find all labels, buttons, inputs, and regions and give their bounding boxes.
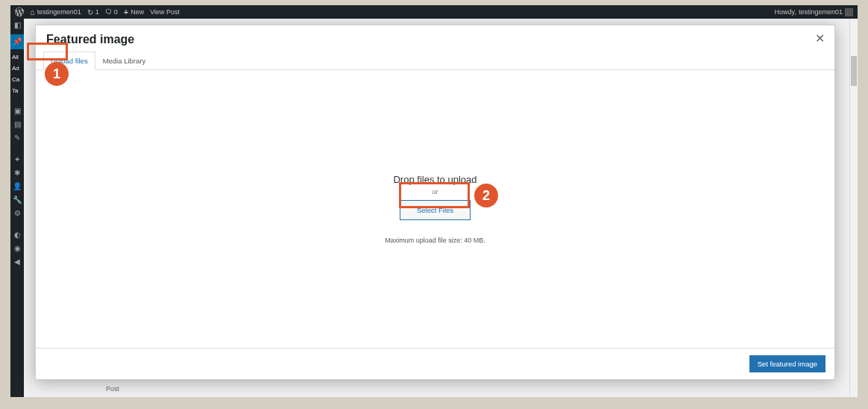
updates-link[interactable]: 1 — [87, 8, 99, 16]
sidebar-item[interactable]: Ta — [10, 87, 24, 94]
pin-icon: 📌 — [13, 37, 22, 46]
new-content-link[interactable]: New — [124, 7, 144, 16]
extra-icon-2[interactable]: ◉ — [13, 244, 22, 253]
site-name-text: testingemen01 — [37, 8, 81, 16]
select-files-button[interactable]: Select Files — [400, 200, 471, 220]
comments-count: 0 — [114, 8, 118, 16]
wordpress-logo-icon — [15, 7, 24, 16]
users-icon[interactable]: 👤 — [13, 182, 22, 191]
comment-icon — [105, 8, 112, 16]
modal-close-button[interactable]: ✕ — [812, 31, 827, 46]
collapse-icon[interactable]: ◀ — [13, 257, 22, 266]
howdy-username: testingemen01 — [799, 8, 843, 16]
home-icon — [30, 7, 35, 16]
modal-header: Featured image ✕ — [36, 25, 834, 51]
admin-sidebar: ◧ 📌 All Ad Ca Ta ▣ ▤ ✎ ✦ ✱ 👤 🔧 ⚙ ◐ ◉ ◀ — [10, 19, 24, 397]
plus-icon — [124, 7, 128, 16]
comments-link[interactable]: 0 — [105, 8, 118, 16]
scrollbar-thumb[interactable] — [851, 56, 857, 86]
set-featured-image-label: Set featured image — [758, 360, 817, 368]
update-icon — [87, 8, 93, 16]
featured-image-modal: Featured image ✕ Upload files Media Libr… — [35, 25, 835, 380]
or-text: or — [432, 188, 438, 196]
modal-title: Featured image — [46, 33, 824, 46]
appearance-icon[interactable]: ✦ — [13, 155, 22, 164]
admin-bar-right: Howdy, testingemen01 — [775, 8, 853, 16]
pages-icon[interactable]: ▤ — [13, 120, 22, 129]
admin-bar-left: testingemen01 1 0 New View Post — [15, 7, 180, 16]
plugins-icon[interactable]: ✱ — [13, 169, 22, 178]
tab-upload-files[interactable]: Upload files — [43, 51, 95, 70]
posts-menu[interactable]: 📌 — [10, 34, 24, 49]
close-icon: ✕ — [815, 32, 825, 45]
tab-media-library[interactable]: Media Library — [95, 51, 154, 70]
comments-icon[interactable]: ✎ — [13, 134, 22, 143]
wp-logo-menu[interactable] — [15, 7, 24, 16]
tab-library-label: Media Library — [103, 57, 146, 65]
dashboard-icon[interactable]: ◧ — [13, 21, 22, 30]
modal-footer: Set featured image — [36, 348, 834, 379]
sidebar-item[interactable]: All — [10, 54, 24, 60]
set-featured-image-button[interactable]: Set featured image — [749, 355, 825, 372]
avatar-icon — [845, 8, 853, 16]
site-name-link[interactable]: testingemen01 — [30, 7, 81, 16]
drop-instruction-text: Drop files to upload — [393, 174, 477, 185]
new-label: New — [130, 8, 144, 16]
sidebar-item[interactable]: Ad — [10, 65, 24, 72]
view-post-label: View Post — [150, 8, 180, 16]
modal-tabs: Upload files Media Library — [36, 51, 834, 70]
howdy-text: Howdy, — [775, 8, 796, 16]
upload-dropzone[interactable]: Drop files to upload or Select Files Max… — [36, 70, 834, 348]
max-upload-size-text: Maximum upload file size: 40 MB. — [385, 237, 485, 244]
scrollbar-track[interactable] — [849, 19, 858, 397]
extra-icon[interactable]: ◐ — [13, 231, 22, 240]
tools-icon[interactable]: 🔧 — [13, 196, 22, 204]
settings-icon[interactable]: ⚙ — [13, 209, 22, 218]
updates-count: 1 — [95, 8, 99, 16]
select-files-label: Select Files — [417, 206, 453, 214]
howdy-account[interactable]: Howdy, testingemen01 — [775, 8, 853, 16]
view-post-link[interactable]: View Post — [150, 8, 180, 16]
background-text: Post — [106, 385, 119, 393]
wp-admin-bar: testingemen01 1 0 New View Post Howdy, t… — [10, 5, 858, 19]
media-icon[interactable]: ▣ — [13, 107, 22, 116]
tab-upload-label: Upload files — [51, 57, 88, 65]
browser-window: testingemen01 1 0 New View Post Howdy, t… — [10, 5, 858, 397]
sidebar-item[interactable]: Ca — [10, 76, 24, 83]
